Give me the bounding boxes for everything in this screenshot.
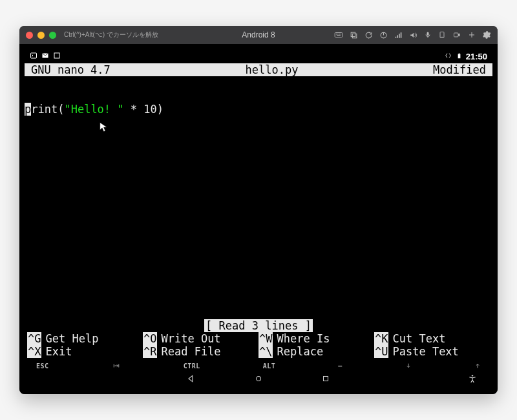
arrow-down-key[interactable] [405,362,412,370]
svg-point-12 [442,37,443,37]
window-controls [26,32,56,39]
svg-rect-17 [458,54,460,58]
plus-icon[interactable] [468,31,476,39]
shortcut-help[interactable]: ^GGet Help [27,332,143,345]
nav-home-button[interactable] [254,374,263,386]
android-status-bar: 21:50 [25,49,492,63]
minimize-window-button[interactable] [37,32,45,39]
gear-icon[interactable] [482,30,491,39]
vm-title: Android 8 [242,30,275,39]
svg-rect-18 [459,53,460,54]
dash-key[interactable]: — [338,362,343,370]
svg-rect-7 [351,32,355,37]
nav-recent-button[interactable] [321,374,330,386]
svg-rect-10 [427,32,429,36]
window-status-icon [53,52,61,61]
svg-rect-14 [31,53,37,58]
arrow-up-key[interactable] [474,362,481,370]
refresh-icon[interactable] [364,31,373,39]
terminal-status-icon [30,52,37,61]
accessibility-icon[interactable] [468,374,477,386]
terminal-app[interactable]: GNU nano 4.7 hello.py Modified print("He… [25,63,492,371]
power-icon[interactable] [379,31,388,39]
svg-rect-4 [341,34,341,34]
vm-tray [334,30,491,39]
emulator-frame: 21:50 GNU nano 4.7 hello.py Modified pri… [19,44,498,394]
code-line-1[interactable]: print("Hello! " * 10) [25,102,492,116]
svg-point-19 [257,377,261,381]
shortcut-exit[interactable]: ^XExit [27,345,143,358]
signal-icon[interactable] [394,31,403,39]
keyboard-icon[interactable] [334,30,343,39]
svg-rect-0 [335,33,343,37]
copy-icon[interactable] [350,31,358,39]
emulator-screen[interactable]: 21:50 GNU nano 4.7 hello.py Modified pri… [25,49,492,389]
nano-header: GNU nano 4.7 hello.py Modified [25,63,492,76]
status-right: 21:50 [444,52,487,61]
svg-rect-16 [54,53,59,58]
nano-editor-body[interactable]: print("Hello! " * 10) [25,76,492,319]
tablet-icon[interactable] [438,30,446,39]
shortcut-paste[interactable]: ^UPaste Text [374,345,490,358]
shortcut-replace[interactable]: ^\Replace [258,345,374,358]
mic-icon[interactable] [424,30,432,39]
nav-back-button[interactable] [187,374,196,386]
alt-key[interactable]: ALT [263,362,276,370]
svg-rect-20 [324,377,328,381]
svg-rect-6 [352,34,357,38]
svg-rect-13 [454,33,459,37]
android-nav-bar [25,371,492,389]
shortcut-whereis[interactable]: ^WWhere Is [258,332,374,345]
svg-rect-2 [337,34,338,34]
shortcut-readfile[interactable]: ^RRead File [143,345,258,358]
volume-icon[interactable] [409,31,417,39]
nano-filename: hello.py [111,63,433,76]
zoom-window-button[interactable] [49,32,56,39]
vm-titlebar: Ctrl(^)+Alt(⌥) でカーソルを解放 Android 8 [19,26,498,44]
softkey-row: ESC CTRL ALT — [25,359,492,371]
nano-status-line: [ Read 3 lines ] [25,319,492,332]
shortcut-cut[interactable]: ^KCut Text [374,332,490,345]
battery-icon [456,52,462,61]
ctrl-key[interactable]: CTRL [184,362,200,370]
tab-key-icon[interactable] [112,362,121,370]
editor-cursor: p [25,103,31,116]
svg-rect-1 [336,34,337,34]
status-left [30,52,61,61]
shortcut-writeout[interactable]: ^OWrite Out [143,332,258,345]
esc-key[interactable]: ESC [36,362,49,370]
svg-rect-3 [339,34,340,34]
expand-icon [444,52,452,60]
mail-status-icon [41,52,49,61]
status-time: 21:50 [466,52,487,61]
close-window-button[interactable] [26,32,33,39]
nano-app-name: GNU nano 4.7 [27,63,111,76]
vm-window: Ctrl(^)+Alt(⌥) でカーソルを解放 Android 8 [19,26,498,394]
nano-shortcuts: ^GGet Help ^OWrite Out ^WWhere Is ^KCut … [25,332,492,359]
svg-rect-5 [337,36,341,36]
nano-modified-state: Modified [433,63,490,76]
vm-release-cursor-hint: Ctrl(^)+Alt(⌥) でカーソルを解放 [64,30,158,39]
svg-point-21 [472,375,473,376]
mouse-cursor-icon [100,121,108,133]
camera-icon[interactable] [452,31,461,39]
